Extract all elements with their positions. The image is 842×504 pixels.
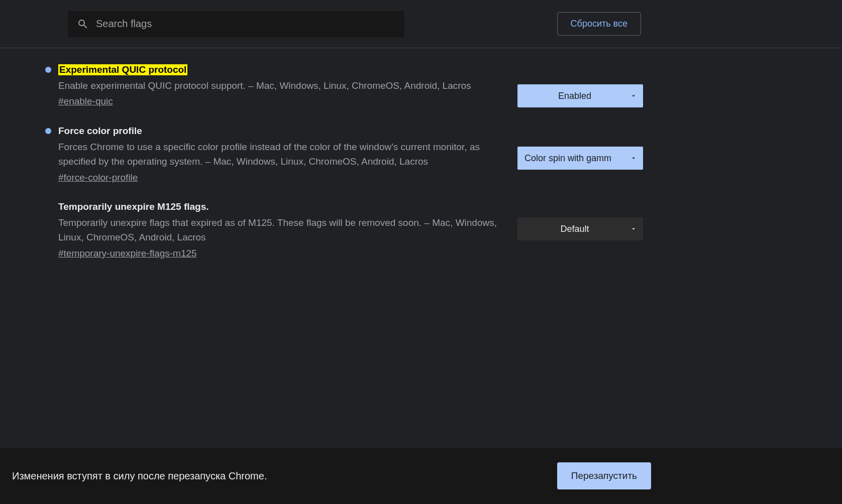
reset-all-button[interactable]: Сбросить все: [557, 12, 641, 36]
flag-description: Forces Chrome to use a specific color pr…: [58, 140, 502, 169]
flag-select-wrap: Color spin with gamm: [517, 147, 643, 170]
flag-row: Experimental QUIC protocol Enable experi…: [45, 60, 643, 121]
modified-dot-icon: [45, 67, 51, 73]
flag-row: Temporarily unexpire M125 flags. Tempora…: [45, 197, 643, 273]
flag-row: Force color profile Forces Chrome to use…: [45, 121, 643, 197]
flag-state-select[interactable]: Enabled: [517, 84, 643, 107]
flag-text: Force color profile Forces Chrome to use…: [45, 125, 517, 183]
flags-list: Experimental QUIC protocol Enable experi…: [0, 48, 643, 273]
relaunch-button[interactable]: Перезапустить: [557, 462, 651, 489]
flag-state-select[interactable]: Default: [517, 217, 643, 240]
header-bar: Сбросить все: [0, 0, 842, 48]
flag-select-wrap: Enabled: [517, 84, 643, 107]
search-input[interactable]: [96, 18, 395, 30]
flag-state-select[interactable]: Color spin with gamm: [517, 147, 643, 170]
flag-title: Force color profile: [58, 125, 142, 137]
restart-banner: Изменения вступят в силу после перезапус…: [0, 448, 842, 504]
restart-message: Изменения вступят в силу после перезапус…: [12, 470, 267, 482]
flag-text: Temporarily unexpire M125 flags. Tempora…: [45, 201, 517, 259]
flag-title-line: Force color profile: [45, 125, 502, 137]
flag-description: Temporarily unexpire flags that expired …: [58, 215, 502, 245]
flag-title: Temporarily unexpire M125 flags.: [58, 201, 209, 212]
flag-description: Enable experimental QUIC protocol suppor…: [58, 78, 502, 93]
flag-select-wrap: Default: [517, 217, 643, 240]
search-icon: [77, 18, 89, 30]
flag-anchor-link[interactable]: #force-color-profile: [58, 172, 138, 183]
flag-anchor-link[interactable]: #enable-quic: [58, 96, 113, 107]
flag-text: Experimental QUIC protocol Enable experi…: [45, 64, 517, 107]
flag-title-line: Temporarily unexpire M125 flags.: [45, 201, 502, 212]
flag-anchor-link[interactable]: #temporary-unexpire-flags-m125: [58, 248, 197, 259]
flag-title-line: Experimental QUIC protocol: [45, 64, 502, 75]
search-box[interactable]: [68, 11, 404, 37]
flag-title: Experimental QUIC protocol: [58, 64, 187, 75]
modified-dot-icon: [45, 128, 51, 134]
